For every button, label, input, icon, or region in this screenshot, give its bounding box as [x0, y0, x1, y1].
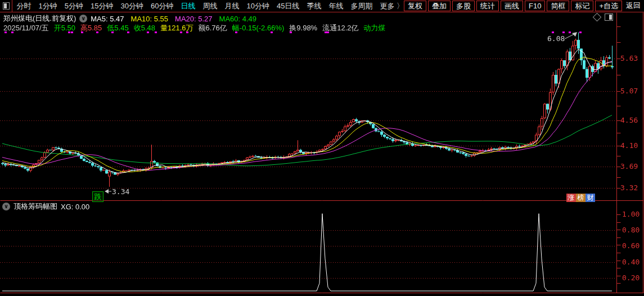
period-tab-更多 〉[interactable]: 更多 〉	[380, 1, 404, 11]
rank-badge[interactable]: 涨榜财	[566, 194, 595, 202]
quote-field: 量121.6万	[160, 23, 193, 33]
quote-fields: 开5.50高5.85低5.45收5.48量121.6万额6.76亿幅-0.15(…	[54, 23, 386, 33]
main-y-tick-label: 4.10	[620, 141, 644, 150]
stock-title: 郑州煤电(日线.前复权)	[3, 14, 76, 24]
quote-field: 动力煤	[364, 23, 386, 33]
period-tab-日线[interactable]: 日线	[181, 1, 195, 11]
period-tab-年线[interactable]: 年线	[328, 1, 343, 11]
quote-field: 幅-0.15(-2.66%)	[232, 23, 284, 33]
toolbar-button-F10[interactable]: F10	[525, 1, 545, 11]
quote-field: 流通12.2亿	[322, 23, 358, 33]
menu-divider	[12, 0, 12, 12]
ma-value-label: MA20: 5.27	[175, 15, 213, 23]
period-tabs: 分时1分钟5分钟15分钟30分钟60分钟日线周线月线10分钟45日线季线年线多周…	[17, 1, 404, 11]
sub-indicator-header: ∨ 顶格筹码幅图 XG: 0.00	[2, 201, 89, 212]
main-y-tick-label: 5.63	[620, 54, 644, 62]
sub-indicator-value: XG: 0.00	[61, 203, 89, 211]
period-tab-多周期[interactable]: 多周期	[350, 1, 372, 11]
quote-field: 低5.45	[107, 23, 128, 33]
toolbar-button-+自选[interactable]: +自选	[595, 1, 622, 11]
stock-info-line: 郑州煤电(日线.前复权) ∨ MA5: 5.47MA10: 5.55MA20: …	[3, 14, 256, 24]
quote-date: 2025/11/07/五	[3, 23, 49, 33]
sub-y-tick-label: 0.20	[622, 273, 644, 282]
toolbar-button-画线[interactable]: 画线	[501, 1, 523, 11]
sub-y-tick-label: 1.00	[622, 210, 644, 218]
period-tab-10分钟[interactable]: 10分钟	[246, 1, 269, 11]
quote-field: 换9.98%	[289, 23, 317, 33]
period-tab-5分钟[interactable]: 5分钟	[65, 1, 83, 11]
period-tab-1分钟[interactable]: 1分钟	[39, 1, 57, 11]
toolbar-buttons: 复权叠加多股统计画线F10简框标记+自选返回	[404, 1, 643, 11]
price-chart-canvas[interactable]	[0, 12, 644, 296]
quote-field: 高5.85	[80, 23, 102, 33]
period-tab-周线[interactable]: 周线	[202, 1, 217, 11]
quote-field: 开5.50	[54, 23, 75, 33]
sub-y-tick-label: 0.40	[622, 258, 644, 266]
period-tab-15分钟[interactable]: 15分钟	[91, 1, 113, 11]
toolbar-button-叠加[interactable]: 叠加	[428, 1, 451, 11]
rank-badge-char[interactable]: 榜	[576, 194, 586, 202]
main-y-tick-label: 5.07	[620, 87, 644, 95]
main-y-tick-label: 3.69	[620, 162, 644, 171]
rank-badge-char[interactable]: 涨	[566, 194, 576, 202]
rank-badge-char[interactable]: 财	[586, 194, 595, 202]
chevron-down-icon[interactable]: ∨	[2, 203, 10, 210]
ma-value-label: MA5: 5.47	[91, 15, 124, 23]
sub-y-tick-label: 0.80	[622, 226, 644, 234]
period-low-label: 3.34	[112, 187, 129, 196]
trading-app-window: 分时1分钟5分钟15分钟30分钟60分钟日线周线月线10分钟45日线季线年线多周…	[0, 0, 644, 296]
main-y-tick-label: 4.56	[620, 116, 644, 124]
period-tab-60分钟[interactable]: 60分钟	[151, 1, 173, 11]
toolbar-button-统计[interactable]: 统计	[476, 1, 499, 11]
period-tab-45日线[interactable]: 45日线	[277, 1, 299, 11]
sub-indicator-title: 顶格筹码幅图	[13, 201, 57, 212]
period-tab-月线[interactable]: 月线	[224, 1, 239, 11]
period-tab-30分钟[interactable]: 30分钟	[121, 1, 143, 11]
toolbar-button-简框[interactable]: 简框	[547, 1, 569, 11]
toolbar-button-多股[interactable]: 多股	[452, 1, 475, 11]
quote-field: 额6.76亿	[199, 23, 227, 33]
quote-field: 收5.48	[134, 23, 155, 33]
sub-y-tick-label: 0.60	[622, 241, 644, 250]
fall-signal-badge: 跌	[92, 191, 103, 202]
ma-value-label: MA60: 4.49	[219, 15, 257, 23]
ma-values: MA5: 5.47MA10: 5.55MA20: 5.27MA60: 4.49	[91, 15, 256, 23]
toolbar-button-返回[interactable]: 返回	[624, 1, 643, 11]
window-layout-icon[interactable]	[3, 2, 10, 10]
ma-value-label: MA10: 5.55	[131, 15, 169, 23]
toolbar-button-复权[interactable]: 复权	[404, 1, 426, 11]
period-tab-季线[interactable]: 季线	[307, 1, 321, 11]
panel-window-icon[interactable]	[605, 14, 613, 21]
period-tab-分时[interactable]: 分时	[17, 1, 31, 11]
main-y-tick-label: 3.32	[620, 183, 644, 192]
quote-info-line: 2025/11/07/五 开5.50高5.85低5.45收5.48量121.6万…	[3, 23, 386, 33]
chevron-down-icon[interactable]: ∨	[79, 15, 87, 23]
menu-bar: 分时1分钟5分钟15分钟30分钟60分钟日线周线月线10分钟45日线季线年线多周…	[0, 0, 644, 12]
toolbar-button-标记[interactable]: 标记	[571, 1, 593, 11]
period-high-label: 6.08	[547, 34, 565, 43]
